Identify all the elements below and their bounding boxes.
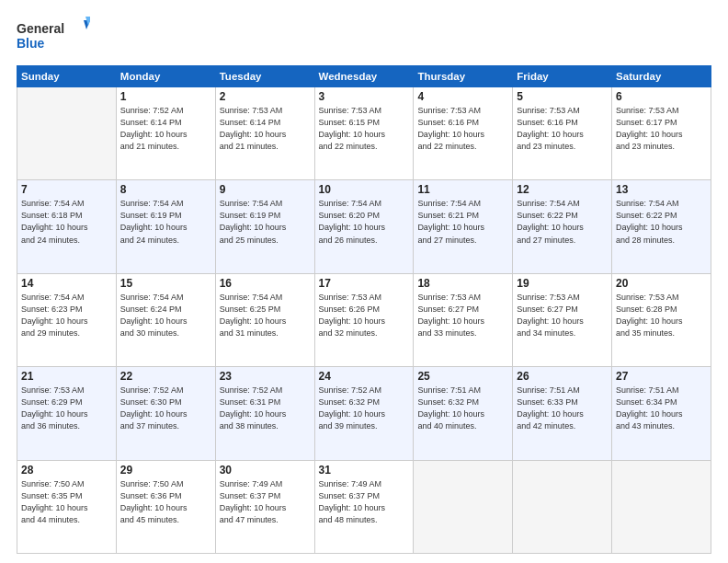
day-cell: 10Sunrise: 7:54 AM Sunset: 6:20 PM Dayli… — [314, 180, 414, 273]
day-info: Sunrise: 7:54 AM Sunset: 6:18 PM Dayligh… — [21, 198, 112, 246]
day-number: 30 — [220, 464, 311, 477]
day-info: Sunrise: 7:53 AM Sunset: 6:16 PM Dayligh… — [517, 105, 608, 153]
day-cell — [414, 460, 513, 553]
day-cell: 2Sunrise: 7:53 AM Sunset: 6:14 PM Daylig… — [215, 87, 314, 180]
day-number: 7 — [21, 183, 112, 196]
header-row: SundayMondayTuesdayWednesdayThursdayFrid… — [17, 66, 711, 87]
day-cell: 28Sunrise: 7:50 AM Sunset: 6:35 PM Dayli… — [17, 460, 117, 553]
day-cell: 5Sunrise: 7:53 AM Sunset: 6:16 PM Daylig… — [513, 87, 612, 180]
day-info: Sunrise: 7:53 AM Sunset: 6:26 PM Dayligh… — [319, 292, 410, 339]
day-number: 1 — [120, 90, 211, 103]
day-cell: 15Sunrise: 7:54 AM Sunset: 6:24 PM Dayli… — [116, 273, 215, 366]
day-number: 14 — [21, 277, 112, 290]
day-cell: 12Sunrise: 7:54 AM Sunset: 6:22 PM Dayli… — [513, 180, 612, 273]
day-number: 10 — [319, 183, 410, 196]
day-cell: 7Sunrise: 7:54 AM Sunset: 6:18 PM Daylig… — [17, 180, 117, 273]
day-number: 28 — [21, 464, 112, 477]
day-cell: 18Sunrise: 7:53 AM Sunset: 6:27 PM Dayli… — [414, 273, 513, 366]
day-info: Sunrise: 7:51 AM Sunset: 6:33 PM Dayligh… — [517, 385, 608, 432]
day-number: 20 — [616, 277, 707, 290]
day-cell: 6Sunrise: 7:53 AM Sunset: 6:17 PM Daylig… — [612, 87, 711, 180]
logo: General Blue — [17, 17, 90, 58]
day-cell: 22Sunrise: 7:52 AM Sunset: 6:30 PM Dayli… — [116, 367, 215, 460]
day-info: Sunrise: 7:52 AM Sunset: 6:32 PM Dayligh… — [319, 385, 410, 432]
day-info: Sunrise: 7:53 AM Sunset: 6:17 PM Dayligh… — [616, 105, 707, 153]
day-info: Sunrise: 7:53 AM Sunset: 6:15 PM Dayligh… — [319, 105, 410, 153]
day-number: 11 — [417, 183, 508, 196]
day-number: 15 — [120, 277, 211, 290]
day-cell: 4Sunrise: 7:53 AM Sunset: 6:16 PM Daylig… — [414, 87, 513, 180]
day-number: 17 — [319, 277, 410, 290]
day-number: 12 — [517, 183, 608, 196]
day-number: 22 — [120, 370, 211, 383]
day-number: 24 — [319, 370, 410, 383]
col-header-thursday: Thursday — [414, 66, 513, 87]
col-header-saturday: Saturday — [612, 66, 711, 87]
page: General Blue SundayMondayTuesdayWednesda… — [0, 0, 728, 563]
week-row-4: 21Sunrise: 7:53 AM Sunset: 6:29 PM Dayli… — [17, 367, 711, 460]
col-header-tuesday: Tuesday — [215, 66, 314, 87]
day-number: 25 — [417, 370, 508, 383]
day-cell: 14Sunrise: 7:54 AM Sunset: 6:23 PM Dayli… — [17, 273, 117, 366]
day-cell: 26Sunrise: 7:51 AM Sunset: 6:33 PM Dayli… — [513, 367, 612, 460]
day-cell: 20Sunrise: 7:53 AM Sunset: 6:28 PM Dayli… — [612, 273, 711, 366]
day-number: 3 — [319, 90, 410, 103]
day-info: Sunrise: 7:54 AM Sunset: 6:21 PM Dayligh… — [417, 198, 508, 246]
week-row-1: 1Sunrise: 7:52 AM Sunset: 6:14 PM Daylig… — [17, 87, 711, 180]
day-info: Sunrise: 7:51 AM Sunset: 6:32 PM Dayligh… — [417, 385, 508, 432]
week-row-3: 14Sunrise: 7:54 AM Sunset: 6:23 PM Dayli… — [17, 273, 711, 366]
day-number: 26 — [517, 370, 608, 383]
day-cell: 30Sunrise: 7:49 AM Sunset: 6:37 PM Dayli… — [215, 460, 314, 553]
day-info: Sunrise: 7:52 AM Sunset: 6:14 PM Dayligh… — [120, 105, 211, 153]
day-cell: 1Sunrise: 7:52 AM Sunset: 6:14 PM Daylig… — [116, 87, 215, 180]
day-number: 19 — [517, 277, 608, 290]
day-cell: 9Sunrise: 7:54 AM Sunset: 6:19 PM Daylig… — [215, 180, 314, 273]
day-info: Sunrise: 7:50 AM Sunset: 6:36 PM Dayligh… — [120, 478, 211, 526]
col-header-monday: Monday — [116, 66, 215, 87]
col-header-wednesday: Wednesday — [314, 66, 414, 87]
day-cell: 16Sunrise: 7:54 AM Sunset: 6:25 PM Dayli… — [215, 273, 314, 366]
day-info: Sunrise: 7:53 AM Sunset: 6:29 PM Dayligh… — [21, 385, 112, 432]
logo-svg: General Blue — [17, 17, 90, 58]
day-info: Sunrise: 7:54 AM Sunset: 6:19 PM Dayligh… — [220, 198, 311, 246]
day-info: Sunrise: 7:53 AM Sunset: 6:14 PM Dayligh… — [220, 105, 311, 153]
day-number: 21 — [21, 370, 112, 383]
day-number: 23 — [220, 370, 311, 383]
day-cell: 8Sunrise: 7:54 AM Sunset: 6:19 PM Daylig… — [116, 180, 215, 273]
day-cell: 19Sunrise: 7:53 AM Sunset: 6:27 PM Dayli… — [513, 273, 612, 366]
day-cell: 3Sunrise: 7:53 AM Sunset: 6:15 PM Daylig… — [314, 87, 414, 180]
day-number: 27 — [616, 370, 707, 383]
day-cell: 31Sunrise: 7:49 AM Sunset: 6:37 PM Dayli… — [314, 460, 414, 553]
day-info: Sunrise: 7:54 AM Sunset: 6:19 PM Dayligh… — [120, 198, 211, 246]
day-number: 29 — [120, 464, 211, 477]
day-info: Sunrise: 7:53 AM Sunset: 6:28 PM Dayligh… — [616, 292, 707, 339]
week-row-5: 28Sunrise: 7:50 AM Sunset: 6:35 PM Dayli… — [17, 460, 711, 553]
day-cell: 24Sunrise: 7:52 AM Sunset: 6:32 PM Dayli… — [314, 367, 414, 460]
day-info: Sunrise: 7:53 AM Sunset: 6:16 PM Dayligh… — [417, 105, 508, 153]
svg-text:Blue: Blue — [17, 36, 45, 51]
calendar-table: SundayMondayTuesdayWednesdayThursdayFrid… — [17, 65, 711, 554]
day-cell: 13Sunrise: 7:54 AM Sunset: 6:22 PM Dayli… — [612, 180, 711, 273]
day-number: 13 — [616, 183, 707, 196]
day-cell: 21Sunrise: 7:53 AM Sunset: 6:29 PM Dayli… — [17, 367, 117, 460]
day-info: Sunrise: 7:54 AM Sunset: 6:20 PM Dayligh… — [319, 198, 410, 246]
day-info: Sunrise: 7:49 AM Sunset: 6:37 PM Dayligh… — [319, 478, 410, 526]
day-cell: 11Sunrise: 7:54 AM Sunset: 6:21 PM Dayli… — [414, 180, 513, 273]
day-cell — [612, 460, 711, 553]
day-info: Sunrise: 7:54 AM Sunset: 6:22 PM Dayligh… — [616, 198, 707, 246]
day-info: Sunrise: 7:53 AM Sunset: 6:27 PM Dayligh… — [417, 292, 508, 339]
day-info: Sunrise: 7:50 AM Sunset: 6:35 PM Dayligh… — [21, 478, 112, 526]
day-cell — [17, 87, 117, 180]
day-number: 2 — [220, 90, 311, 103]
day-number: 5 — [517, 90, 608, 103]
day-info: Sunrise: 7:54 AM Sunset: 6:24 PM Dayligh… — [120, 292, 211, 339]
day-cell: 25Sunrise: 7:51 AM Sunset: 6:32 PM Dayli… — [414, 367, 513, 460]
day-cell: 17Sunrise: 7:53 AM Sunset: 6:26 PM Dayli… — [314, 273, 414, 366]
day-info: Sunrise: 7:52 AM Sunset: 6:31 PM Dayligh… — [220, 385, 311, 432]
day-number: 18 — [417, 277, 508, 290]
day-info: Sunrise: 7:52 AM Sunset: 6:30 PM Dayligh… — [120, 385, 211, 432]
day-number: 4 — [417, 90, 508, 103]
day-number: 9 — [220, 183, 311, 196]
svg-text:General: General — [17, 21, 64, 36]
day-info: Sunrise: 7:49 AM Sunset: 6:37 PM Dayligh… — [220, 478, 311, 526]
